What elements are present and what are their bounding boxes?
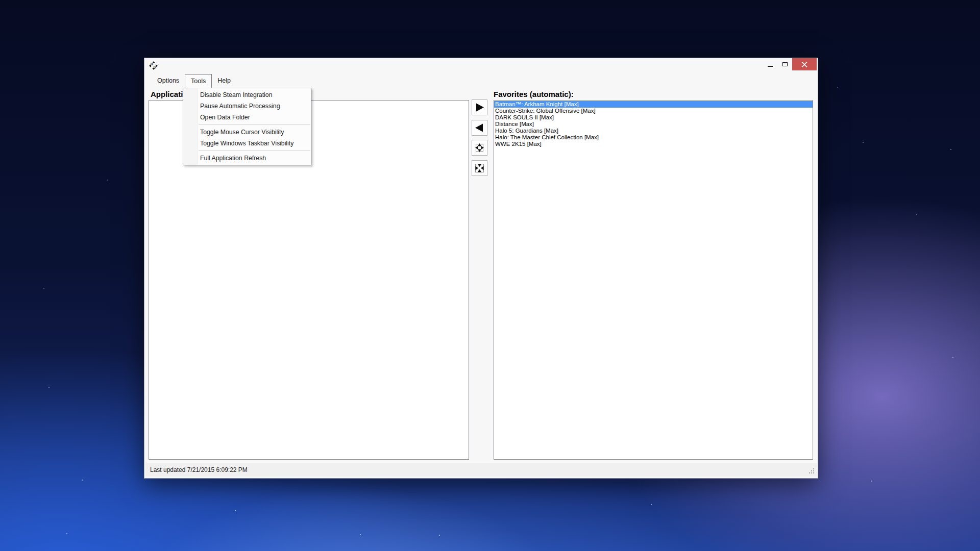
minimize-button[interactable] <box>763 58 777 70</box>
right-arrow-icon <box>474 102 485 113</box>
left-arrow-icon <box>474 122 485 133</box>
status-bar: Last updated 7/21/2015 6:09:22 PM <box>145 463 817 477</box>
remove-from-favorites-button[interactable] <box>472 120 487 136</box>
menu-bar: Options Tools Help <box>145 74 817 88</box>
minimize-icon <box>768 66 773 67</box>
menu-tools[interactable]: Tools <box>185 74 212 88</box>
status-text: Last updated 7/21/2015 6:09:22 PM <box>150 466 248 473</box>
contract-arrows-icon <box>474 163 485 173</box>
caption-buttons <box>763 58 817 70</box>
favorite-item[interactable]: Halo: The Master Chief Collection [Max] <box>494 134 813 141</box>
favorite-item[interactable]: WWE 2K15 [Max] <box>494 141 813 147</box>
add-to-favorites-button[interactable] <box>472 99 487 115</box>
favorite-item[interactable]: Counter-Strike: Global Offensive [Max] <box>494 108 813 114</box>
favorites-header: Favorites (automatic): <box>494 89 574 99</box>
favorites-listbox[interactable]: Batman™: Arkham Knight [Max]Counter-Stri… <box>494 100 813 460</box>
favorite-item[interactable]: Distance [Max] <box>494 121 813 128</box>
make-borderless-button[interactable] <box>472 140 487 156</box>
menu-item-toggle-windows-taskbar-visibility[interactable]: Toggle Windows Taskbar Visibility <box>183 138 311 149</box>
menu-options[interactable]: Options <box>152 74 185 88</box>
favorite-item[interactable]: DARK SOULS II [Max] <box>494 114 813 121</box>
menu-item-toggle-mouse-cursor-visibility[interactable]: Toggle Mouse Cursor Visibility <box>183 127 311 138</box>
menu-item-open-data-folder[interactable]: Open Data Folder <box>183 112 311 123</box>
maximize-icon <box>782 62 788 66</box>
menu-item-pause-automatic-processing[interactable]: Pause Automatic Processing <box>183 101 311 112</box>
expand-arrows-icon <box>474 142 485 153</box>
menu-help[interactable]: Help <box>212 74 236 88</box>
menu-separator <box>199 151 310 151</box>
close-icon <box>801 62 807 67</box>
favorite-item[interactable]: Batman™: Arkham Knight [Max] <box>494 101 813 108</box>
restore-window-button[interactable] <box>472 160 487 176</box>
app-window: B G Options Tools <box>144 58 818 479</box>
close-button[interactable] <box>792 58 817 70</box>
menu-separator <box>199 124 310 125</box>
maximize-button[interactable] <box>777 58 792 70</box>
menu-item-full-application-refresh[interactable]: Full Application Refresh <box>183 153 311 164</box>
favorite-item[interactable]: Halo 5: Guardians [Max] <box>494 128 813 134</box>
desktop-wallpaper: B G Options Tools <box>0 0 980 551</box>
icon-letter-g: G <box>154 65 156 69</box>
icon-letter-b: B <box>151 62 153 66</box>
titlebar[interactable]: B G <box>144 58 818 74</box>
tools-dropdown-menu: Disable Steam IntegrationPause Automatic… <box>183 88 311 165</box>
borderless-gaming-app-icon: B G <box>150 62 157 69</box>
resize-grip[interactable] <box>813 472 814 473</box>
menu-item-disable-steam-integration[interactable]: Disable Steam Integration <box>183 89 311 101</box>
